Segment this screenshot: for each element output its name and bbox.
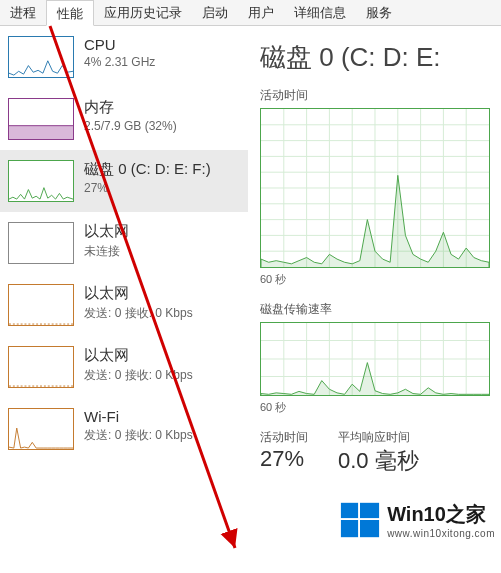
tab-details[interactable]: 详细信息 [284,0,356,25]
activity-chart-label: 活动时间 [260,87,501,104]
memory-sub: 2.5/7.9 GB (32%) [84,119,177,133]
tab-performance[interactable]: 性能 [46,0,94,26]
ethernet2-thumb-chart [8,284,74,326]
tab-processes[interactable]: 进程 [0,0,46,25]
tab-bar: 进程 性能 应用历史记录 启动 用户 详细信息 服务 [0,0,501,26]
detail-panel: 磁盘 0 (C: D: E: 活动时间 60 秒 磁盘传输速率 60 秒 [248,26,501,573]
svg-rect-36 [360,503,379,518]
stat-activity-value: 27% [260,446,308,472]
ethernet1-title: 以太网 [84,222,129,241]
ethernet1-sub: 未连接 [84,243,129,260]
detail-title: 磁盘 0 (C: D: E: [260,40,501,75]
stat-activity-label: 活动时间 [260,429,308,446]
wifi-thumb-chart [8,408,74,450]
cpu-thumb-chart [8,36,74,78]
ethernet2-title: 以太网 [84,284,193,303]
disk-sub: 27% [84,181,211,195]
activity-axis: 60 秒 [260,272,501,287]
sidebar-item-disk[interactable]: 磁盘 0 (C: D: E: F:) 27% [0,150,248,212]
cpu-title: CPU [84,36,155,53]
ethernet2-sub: 发送: 0 接收: 0 Kbps [84,305,193,322]
wifi-sub: 发送: 0 接收: 0 Kbps [84,427,193,444]
transfer-chart [260,322,490,396]
activity-chart [260,108,490,268]
ethernet3-title: 以太网 [84,346,193,365]
watermark-sub: www.win10xitong.com [387,528,495,539]
sidebar-item-wifi[interactable]: Wi-Fi 发送: 0 接收: 0 Kbps [0,398,248,460]
stat-response-label: 平均响应时间 [338,429,419,446]
disk-title: 磁盘 0 (C: D: E: F:) [84,160,211,179]
svg-rect-37 [341,520,358,537]
sidebar-item-ethernet-2[interactable]: 以太网 发送: 0 接收: 0 Kbps [0,274,248,336]
stats-row: 活动时间 27% 平均响应时间 0.0 毫秒 [260,429,501,476]
sidebar-item-cpu[interactable]: CPU 4% 2.31 GHz [0,26,248,88]
watermark: Win10之家 www.win10xitong.com [339,499,495,541]
svg-rect-38 [360,520,379,537]
memory-title: 内存 [84,98,177,117]
tab-startup[interactable]: 启动 [192,0,238,25]
ethernet3-sub: 发送: 0 接收: 0 Kbps [84,367,193,384]
tab-users[interactable]: 用户 [238,0,284,25]
sidebar-item-ethernet-3[interactable]: 以太网 发送: 0 接收: 0 Kbps [0,336,248,398]
sidebar-item-memory[interactable]: 内存 2.5/7.9 GB (32%) [0,88,248,150]
svg-rect-0 [9,126,73,139]
transfer-axis: 60 秒 [260,400,501,415]
watermark-title: Win10之家 [387,501,495,528]
svg-rect-35 [341,503,358,518]
disk-thumb-chart [8,160,74,202]
sidebar: CPU 4% 2.31 GHz 内存 2.5/7.9 GB (32%) 磁盘 0… [0,26,248,573]
ethernet1-thumb-chart [8,222,74,264]
ethernet3-thumb-chart [8,346,74,388]
sidebar-item-ethernet-1[interactable]: 以太网 未连接 [0,212,248,274]
cpu-sub: 4% 2.31 GHz [84,55,155,69]
main-area: CPU 4% 2.31 GHz 内存 2.5/7.9 GB (32%) 磁盘 0… [0,26,501,573]
windows-logo-icon [339,499,381,541]
wifi-title: Wi-Fi [84,408,193,425]
memory-thumb-chart [8,98,74,140]
stat-response-value: 0.0 毫秒 [338,446,419,476]
tab-app-history[interactable]: 应用历史记录 [94,0,192,25]
tab-services[interactable]: 服务 [356,0,402,25]
transfer-chart-label: 磁盘传输速率 [260,301,501,318]
